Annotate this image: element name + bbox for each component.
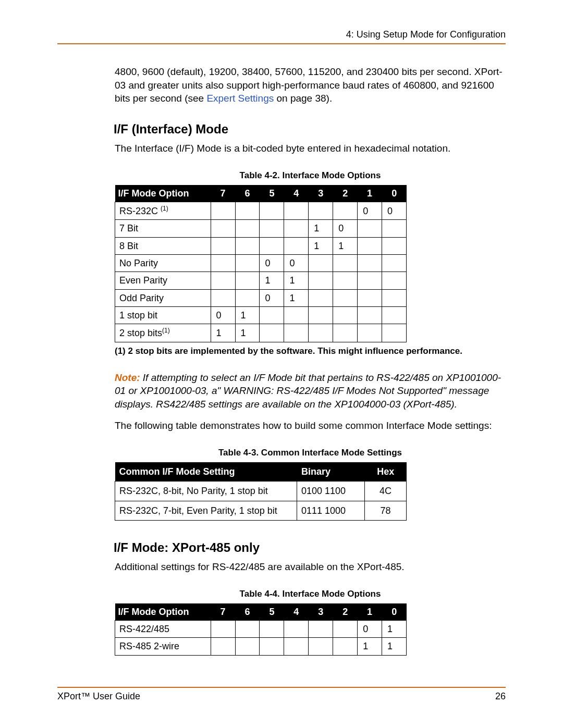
t1-cell [333, 202, 358, 220]
t3-row-label: RS-422/485 [115, 621, 211, 638]
t1-row-label: Odd Parity [115, 289, 211, 306]
t3-bit-3: 3 [309, 603, 333, 621]
t1-row-label: 7 Bit [115, 220, 211, 237]
t1-bit-2: 2 [333, 185, 358, 202]
t1-bit-3: 3 [309, 185, 333, 202]
t1-cell: 1 [309, 237, 333, 254]
t1-cell [235, 220, 260, 237]
t1-cell [235, 202, 260, 220]
page-header-chapter: 4: Using Setup Mode for Configuration [57, 29, 506, 44]
t1-cell: 1 [211, 324, 235, 342]
t1-cell [309, 272, 333, 289]
t1-cell: 1 [309, 220, 333, 237]
t1-bit-5: 5 [260, 185, 284, 202]
t1-row-label: Even Parity [115, 272, 211, 289]
expert-settings-link[interactable]: Expert Settings [206, 93, 274, 104]
t1-cell [358, 272, 382, 289]
t3-row-label: RS-485 2-wire [115, 638, 211, 655]
t2-setting: RS-232C, 8-bit, No Parity, 1 stop bit [115, 482, 297, 501]
t1-cell [309, 306, 333, 324]
t1-cell: 0 [260, 255, 284, 272]
note-text: If attempting to select an I/F Mode bit … [115, 372, 501, 410]
t1-row-label: RS-232C (1) [115, 202, 211, 220]
t1-row: 7 Bit10 [115, 220, 407, 237]
t2-hex: 4C [365, 482, 407, 501]
t1-cell: 1 [260, 272, 284, 289]
note-label: Note: [115, 372, 140, 383]
t1-cell [382, 237, 407, 254]
t1-cell [333, 272, 358, 289]
section-if-mode-title: I/F (Interface) Mode [114, 121, 506, 138]
t1-cell [382, 255, 407, 272]
t3-cell [309, 638, 333, 655]
t1-cell [235, 272, 260, 289]
footnote-ref: (1) [161, 205, 168, 212]
t1-cell [211, 202, 235, 220]
t1-bit-0: 0 [382, 185, 407, 202]
t1-cell [235, 237, 260, 254]
t3-cell: 1 [358, 638, 382, 655]
t2-hex: 78 [365, 501, 407, 520]
footer-guide-title: XPort™ User Guide [57, 691, 140, 702]
t1-cell [382, 220, 407, 237]
t3-cell [333, 638, 358, 655]
t1-cell [358, 324, 382, 342]
t1-cell [235, 255, 260, 272]
t1-row: 2 stop bits(1)11 [115, 324, 407, 342]
table-4-2-caption: Table 4-2. Interface Mode Options [115, 170, 506, 182]
t1-cell: 0 [284, 255, 309, 272]
t1-row: RS-232C (1)00 [115, 202, 407, 220]
t1-cell [260, 324, 284, 342]
t1-cell [211, 237, 235, 254]
xport485-desc: Additional settings for RS-422/485 are a… [115, 560, 506, 574]
t1-cell [358, 289, 382, 306]
footer-page-number: 26 [495, 691, 506, 702]
t3-cell [260, 638, 284, 655]
table-4-3-caption: Table 4-3. Common Interface Mode Setting… [115, 447, 506, 459]
t1-row: 1 stop bit01 [115, 306, 407, 324]
t3-row: RS-485 2-wire11 [115, 638, 407, 655]
table-4-2-footnote: (1) 2 stop bits are implemented by the s… [115, 346, 506, 357]
t1-cell [382, 272, 407, 289]
t3-bit-5: 5 [260, 603, 284, 621]
t1-bit-6: 6 [235, 185, 260, 202]
t1-row-label: No Parity [115, 255, 211, 272]
t2-row: RS-232C, 7-bit, Even Parity, 1 stop bit0… [115, 501, 407, 520]
t2-binary: 0111 1000 [297, 501, 365, 520]
t3-cell [235, 621, 260, 638]
t1-cell [284, 324, 309, 342]
table-4-4-caption: Table 4-4. Interface Mode Options [115, 588, 506, 600]
t1-cell [284, 306, 309, 324]
intro-after-link: on page 38). [274, 93, 332, 104]
t1-cell: 0 [358, 202, 382, 220]
t1-cell: 1 [333, 237, 358, 254]
t3-cell [284, 638, 309, 655]
intro-paragraph: 4800, 9600 (default), 19200, 38400, 5760… [115, 65, 506, 105]
t1-cell: 1 [284, 289, 309, 306]
t3-bit-1: 1 [358, 603, 382, 621]
t2-row: RS-232C, 8-bit, No Parity, 1 stop bit010… [115, 482, 407, 501]
t1-bit-7: 7 [211, 185, 235, 202]
t1-row-label: 1 stop bit [115, 306, 211, 324]
t1-cell [333, 306, 358, 324]
t1-row: Even Parity11 [115, 272, 407, 289]
t3-bit-6: 6 [235, 603, 260, 621]
t1-cell [260, 237, 284, 254]
t1-cell: 0 [382, 202, 407, 220]
t3-cell [235, 638, 260, 655]
t1-cell: 0 [333, 220, 358, 237]
t3-bit-0: 0 [382, 603, 407, 621]
t3-cell [211, 638, 235, 655]
t1-cell: 1 [235, 306, 260, 324]
t1-cell [284, 237, 309, 254]
t1-cell [358, 237, 382, 254]
t1-cell [309, 289, 333, 306]
t3-cell [260, 621, 284, 638]
t1-header-opt: I/F Mode Option [115, 185, 211, 202]
t3-cell: 1 [382, 638, 407, 655]
table-4-3: Common I/F Mode Setting Binary Hex RS-23… [115, 462, 407, 521]
t1-cell [382, 306, 407, 324]
t1-cell [211, 220, 235, 237]
t1-cell [260, 306, 284, 324]
t1-cell [211, 272, 235, 289]
